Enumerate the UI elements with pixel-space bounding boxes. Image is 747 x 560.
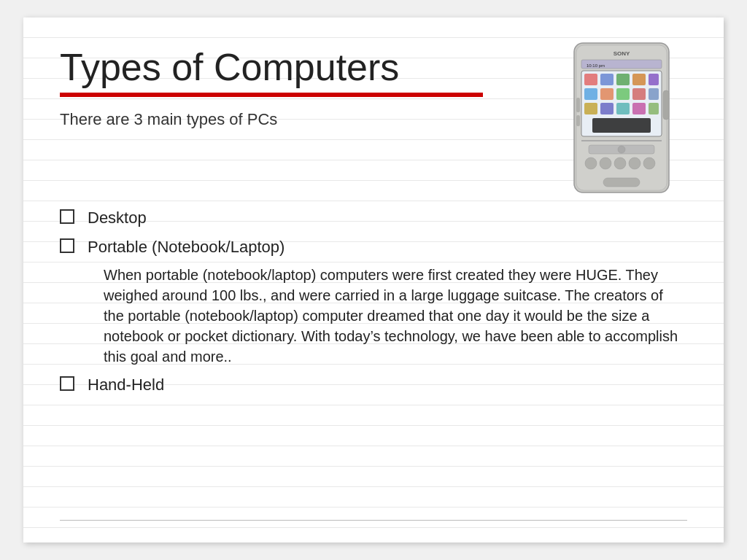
checkbox-handheld: [60, 376, 74, 391]
svg-rect-10: [649, 74, 659, 85]
svg-rect-8: [616, 74, 630, 85]
svg-text:SONY: SONY: [614, 50, 630, 57]
svg-point-30: [629, 158, 640, 169]
svg-point-26: [618, 146, 625, 153]
sub-text-portable: When portable (notebook/laptop) computer…: [104, 265, 687, 367]
svg-text:10:10 pm: 10:10 pm: [587, 63, 605, 68]
bullet-text-portable: Portable (Notebook/Laptop): [88, 236, 285, 258]
bottom-line: [60, 520, 687, 521]
slide-content: Types of Computers There are 3 main type…: [60, 47, 687, 396]
svg-rect-17: [600, 103, 614, 114]
checkbox-portable: [60, 238, 74, 253]
svg-point-29: [614, 158, 626, 169]
svg-rect-32: [663, 90, 669, 120]
svg-rect-13: [616, 88, 630, 100]
svg-rect-21: [592, 118, 651, 133]
svg-rect-22: [581, 140, 662, 141]
svg-rect-15: [649, 88, 659, 100]
svg-rect-33: [603, 178, 640, 187]
pda-device-container: SONY 10:10 pm: [570, 39, 687, 200]
bullet-text-handheld: Hand-Held: [88, 374, 164, 396]
pda-device-svg: SONY 10:10 pm: [570, 39, 673, 196]
slide: Types of Computers There are 3 main type…: [23, 18, 724, 542]
title-underline: [60, 93, 483, 97]
title-section: Types of Computers There are 3 main type…: [60, 47, 556, 149]
bullet-list: Desktop Portable (Notebook/Laptop) When …: [60, 207, 687, 396]
svg-rect-11: [584, 88, 597, 100]
svg-rect-14: [632, 88, 646, 100]
svg-rect-6: [584, 74, 597, 85]
svg-rect-19: [632, 103, 646, 114]
svg-rect-7: [600, 74, 614, 85]
list-item-portable-detail: When portable (notebook/laptop) computer…: [104, 265, 687, 367]
list-item-portable: Portable (Notebook/Laptop): [60, 236, 687, 258]
svg-rect-24: [576, 115, 580, 126]
list-item-desktop: Desktop: [60, 207, 687, 229]
svg-rect-12: [600, 88, 614, 100]
svg-rect-16: [584, 103, 597, 114]
list-item-handheld: Hand-Held: [60, 374, 687, 396]
bullet-text-desktop: Desktop: [88, 207, 147, 229]
svg-point-27: [585, 158, 597, 169]
checkbox-desktop: [60, 209, 74, 224]
svg-rect-20: [649, 103, 659, 114]
svg-rect-23: [576, 98, 580, 112]
svg-rect-18: [616, 103, 630, 114]
svg-point-31: [643, 158, 655, 169]
slide-title: Types of Computers: [60, 47, 556, 88]
header-area: Types of Computers There are 3 main type…: [60, 47, 687, 200]
svg-rect-9: [632, 74, 646, 85]
slide-subtitle: There are 3 main types of PCs: [60, 110, 556, 129]
svg-point-28: [600, 158, 611, 169]
